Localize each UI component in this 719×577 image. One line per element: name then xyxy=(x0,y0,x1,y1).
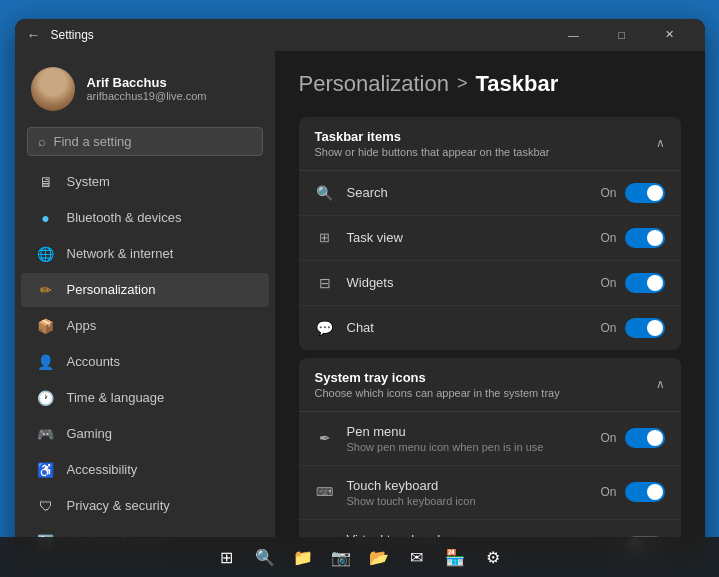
sidebar-item-personalization[interactable]: ✏ Personalization xyxy=(21,273,269,307)
pen-menu-toggle[interactable] xyxy=(625,428,665,448)
sidebar-label-apps: Apps xyxy=(67,318,97,333)
sidebar-item-system[interactable]: 🖥 System xyxy=(21,165,269,199)
sidebar-label-privacy: Privacy & security xyxy=(67,498,170,513)
system-icon: 🖥 xyxy=(37,173,55,191)
pen-menu-info: Pen menu Show pen menu icon when pen is … xyxy=(347,424,589,453)
taskview-state: On xyxy=(600,231,616,245)
pen-menu-row: ✒ Pen menu Show pen menu icon when pen i… xyxy=(299,412,681,466)
pen-menu-control: On xyxy=(600,428,664,448)
user-profile: Arif Bacchus arifbacchus19@live.com xyxy=(15,51,275,123)
network-icon: 🌐 xyxy=(37,245,55,263)
sidebar-label-time: Time & language xyxy=(67,390,165,405)
widgets-setting-row: ⊟ Widgets On xyxy=(299,261,681,306)
sidebar-label-accessibility: Accessibility xyxy=(67,462,138,477)
taskview-setting-row: ⊞ Task view On xyxy=(299,216,681,261)
settings-window: ← Settings — □ ✕ Arif Bacchus arifbacchu… xyxy=(15,19,705,559)
avatar xyxy=(31,67,75,111)
taskbar-teams-icon[interactable]: 📷 xyxy=(325,541,357,573)
bluetooth-icon: ● xyxy=(37,209,55,227)
sidebar-item-network[interactable]: 🌐 Network & internet xyxy=(21,237,269,271)
chat-toggle[interactable] xyxy=(625,318,665,338)
sidebar-item-accounts[interactable]: 👤 Accounts xyxy=(21,345,269,379)
taskbar-start-icon[interactable]: ⊞ xyxy=(211,541,243,573)
touch-keyboard-control: On xyxy=(600,482,664,502)
sidebar: Arif Bacchus arifbacchus19@live.com ⌕ 🖥 … xyxy=(15,51,275,559)
pen-menu-desc: Show pen menu icon when pen is in use xyxy=(347,441,589,453)
accessibility-icon: ♿ xyxy=(37,461,55,479)
taskbar-items-header: Taskbar items Show or hide buttons that … xyxy=(299,117,681,171)
minimize-button[interactable]: — xyxy=(551,19,597,51)
taskview-setting-info: Task view xyxy=(347,230,589,245)
search-setting-label: Search xyxy=(347,185,589,200)
system-tray-title: System tray icons xyxy=(315,370,560,385)
system-tray-header: System tray icons Choose which icons can… xyxy=(299,358,681,412)
sidebar-label-system: System xyxy=(67,174,110,189)
taskbar-settings-icon[interactable]: ⚙ xyxy=(477,541,509,573)
touch-keyboard-label: Touch keyboard xyxy=(347,478,589,493)
touch-keyboard-toggle[interactable] xyxy=(625,482,665,502)
touch-keyboard-desc: Show touch keyboard icon xyxy=(347,495,589,507)
system-tray-subtitle: Choose which icons can appear in the sys… xyxy=(315,387,560,399)
sidebar-item-privacy[interactable]: 🛡 Privacy & security xyxy=(21,489,269,523)
taskview-toggle[interactable] xyxy=(625,228,665,248)
pen-menu-state: On xyxy=(600,431,616,445)
taskbar-items-collapse-icon[interactable]: ∧ xyxy=(656,136,665,150)
window-controls: — □ ✕ xyxy=(551,19,693,51)
apps-icon: 📦 xyxy=(37,317,55,335)
touch-keyboard-info: Touch keyboard Show touch keyboard icon xyxy=(347,478,589,507)
close-button[interactable]: ✕ xyxy=(647,19,693,51)
privacy-icon: 🛡 xyxy=(37,497,55,515)
taskview-icon: ⊞ xyxy=(315,228,335,248)
sidebar-label-network: Network & internet xyxy=(67,246,174,261)
sidebar-item-accessibility[interactable]: ♿ Accessibility xyxy=(21,453,269,487)
window-title: Settings xyxy=(51,28,551,42)
taskbar-search-icon[interactable]: 🔍 xyxy=(249,541,281,573)
titlebar: ← Settings — □ ✕ xyxy=(15,19,705,51)
touch-keyboard-row: ⌨ Touch keyboard Show touch keyboard ico… xyxy=(299,466,681,520)
touch-keyboard-icon: ⌨ xyxy=(315,482,335,502)
maximize-button[interactable]: □ xyxy=(599,19,645,51)
sidebar-label-gaming: Gaming xyxy=(67,426,113,441)
sidebar-item-bluetooth[interactable]: ● Bluetooth & devices xyxy=(21,201,269,235)
search-setting-control: On xyxy=(600,183,664,203)
sidebar-item-apps[interactable]: 📦 Apps xyxy=(21,309,269,343)
search-input[interactable] xyxy=(54,134,252,149)
back-button[interactable]: ← xyxy=(27,27,41,43)
taskbar: ⊞ 🔍 📁 📷 📂 ✉ 🏪 ⚙ xyxy=(0,537,719,577)
system-tray-title-block: System tray icons Choose which icons can… xyxy=(315,370,560,399)
taskbar-explorer-icon[interactable]: 📂 xyxy=(363,541,395,573)
chat-state: On xyxy=(600,321,616,335)
search-setting-state: On xyxy=(600,186,616,200)
widgets-toggle[interactable] xyxy=(625,273,665,293)
chat-control: On xyxy=(600,318,664,338)
breadcrumb-separator: > xyxy=(457,73,468,94)
sidebar-item-time[interactable]: 🕐 Time & language xyxy=(21,381,269,415)
main-content: Personalization > Taskbar Taskbar items … xyxy=(275,51,705,559)
widgets-control: On xyxy=(600,273,664,293)
search-toggle[interactable] xyxy=(625,183,665,203)
search-setting-info: Search xyxy=(347,185,589,200)
system-tray-collapse-icon[interactable]: ∧ xyxy=(656,377,665,391)
sidebar-label-accounts: Accounts xyxy=(67,354,120,369)
gaming-icon: 🎮 xyxy=(37,425,55,443)
taskbar-taskview-icon[interactable]: 📁 xyxy=(287,541,319,573)
sidebar-item-gaming[interactable]: 🎮 Gaming xyxy=(21,417,269,451)
widgets-setting-info: Widgets xyxy=(347,275,589,290)
taskbar-store-icon[interactable]: 🏪 xyxy=(439,541,471,573)
breadcrumb: Personalization > Taskbar xyxy=(299,71,681,97)
personalization-icon: ✏ xyxy=(37,281,55,299)
search-box[interactable]: ⌕ xyxy=(27,127,263,156)
user-email: arifbacchus19@live.com xyxy=(87,90,207,102)
chat-setting-info: Chat xyxy=(347,320,589,335)
breadcrumb-parent: Personalization xyxy=(299,71,449,97)
breadcrumb-current: Taskbar xyxy=(475,71,558,97)
taskbar-items-title-block: Taskbar items Show or hide buttons that … xyxy=(315,129,550,158)
taskbar-mail-icon[interactable]: ✉ xyxy=(401,541,433,573)
touch-keyboard-state: On xyxy=(600,485,616,499)
sidebar-label-bluetooth: Bluetooth & devices xyxy=(67,210,182,225)
search-icon: ⌕ xyxy=(38,134,46,149)
pen-menu-label: Pen menu xyxy=(347,424,589,439)
taskbar-items-title: Taskbar items xyxy=(315,129,550,144)
window-content: Arif Bacchus arifbacchus19@live.com ⌕ 🖥 … xyxy=(15,51,705,559)
widgets-icon: ⊟ xyxy=(315,273,335,293)
